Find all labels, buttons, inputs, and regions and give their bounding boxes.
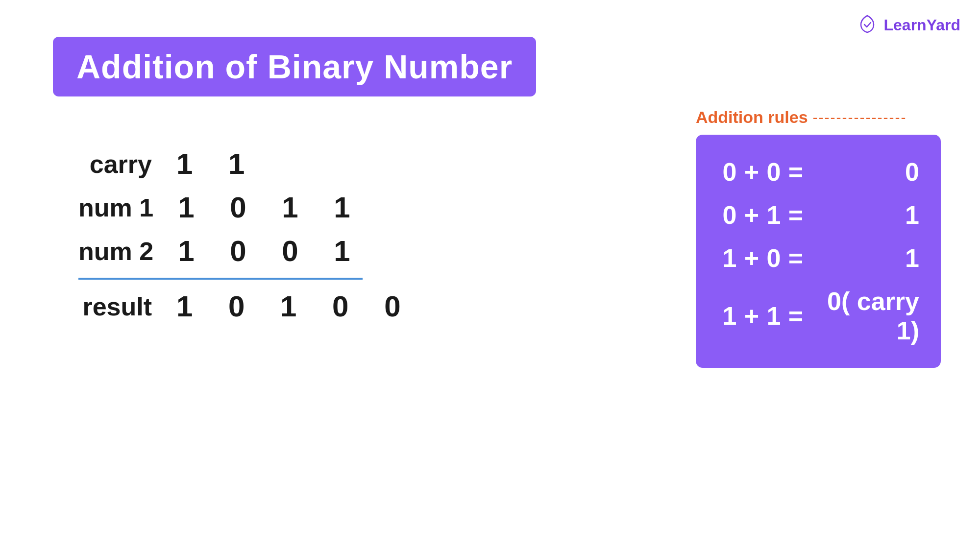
table-row: carry 1 1 — [78, 142, 415, 186]
num2-digits: 1 0 0 1 — [178, 234, 364, 268]
rules-box: 0 + 0 = 0 0 + 1 = 1 1 + 0 = 1 1 + 1 = 0( — [696, 135, 941, 368]
carry-digits: 1 1 — [176, 147, 323, 181]
rule-eq: = — [786, 200, 806, 230]
table-row: result 1 0 1 0 0 — [78, 285, 415, 328]
list-item: 1 + 1 = 0( carry 1) — [717, 280, 919, 352]
rule-result: 0 — [806, 157, 919, 187]
rule-b: 1 — [761, 301, 786, 331]
logo-area: LearnYard — [856, 14, 960, 36]
learnyard-logo-icon — [856, 14, 879, 36]
list-item: 0 + 1 = 1 — [717, 193, 919, 237]
title-banner: Addition of Binary Number — [53, 37, 536, 96]
result-digits: 1 0 1 0 0 — [176, 289, 415, 323]
rule-eq: = — [786, 301, 806, 331]
logo-text: LearnYard — [883, 16, 960, 34]
rule-op: + — [742, 301, 761, 331]
rule-b: 0 — [761, 243, 786, 273]
result-label: result — [78, 292, 176, 321]
addition-table: carry 1 1 num 1 1 0 1 1 num 2 1 0 0 1 re… — [78, 142, 415, 328]
rule-result: 0( carry 1) — [806, 287, 919, 345]
list-item: 1 + 0 = 1 — [717, 237, 919, 280]
rule-op: + — [742, 243, 761, 273]
rule-eq: = — [786, 157, 806, 187]
page-title: Addition of Binary Number — [76, 48, 513, 86]
rule-op: + — [742, 200, 761, 230]
rule-result: 1 — [806, 200, 919, 230]
table-row: num 2 1 0 0 1 — [78, 229, 415, 273]
rules-title: Addition rules — [696, 108, 808, 127]
rules-section: Addition rules ---------------- 0 + 0 = … — [696, 108, 941, 368]
rules-dashes: ---------------- — [813, 109, 941, 126]
rule-b: 0 — [761, 157, 786, 187]
table-divider — [78, 278, 363, 280]
rule-op: + — [742, 157, 761, 187]
rule-b: 1 — [761, 200, 786, 230]
num1-label: num 1 — [78, 193, 178, 222]
rule-result: 1 — [806, 243, 919, 273]
rules-header: Addition rules ---------------- — [696, 108, 941, 127]
rule-a: 0 — [717, 200, 742, 230]
rule-a: 1 — [717, 243, 742, 273]
rule-a: 0 — [717, 157, 742, 187]
num2-label: num 2 — [78, 237, 178, 266]
list-item: 0 + 0 = 0 — [717, 150, 919, 193]
num1-digits: 1 0 1 1 — [178, 191, 364, 224]
rule-eq: = — [786, 243, 806, 273]
carry-label: carry — [78, 149, 176, 179]
table-row: num 1 1 0 1 1 — [78, 186, 415, 229]
rule-a: 1 — [717, 301, 742, 331]
